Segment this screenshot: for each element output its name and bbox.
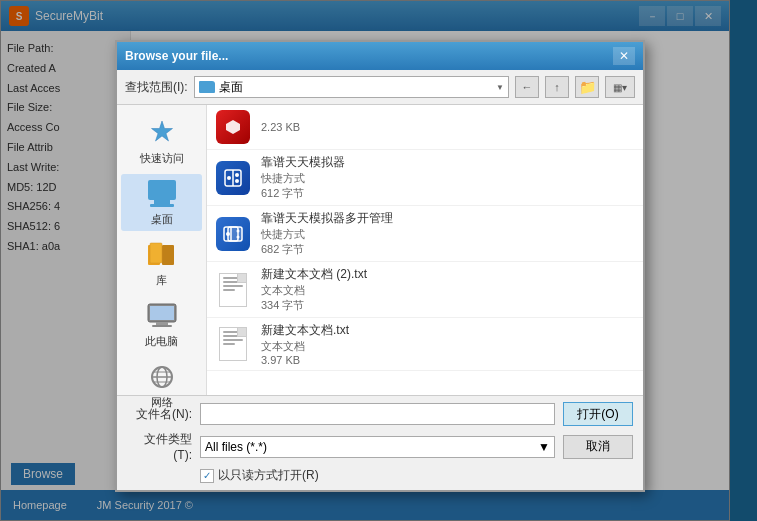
- svg-point-19: [235, 173, 239, 177]
- location-value: 桌面: [219, 79, 243, 96]
- svg-rect-22: [228, 227, 242, 241]
- readonly-row: ✓ 以只读方式打开(R): [127, 467, 633, 484]
- filetype-row: 文件类型(T): All files (*.*) ▼ 取消: [127, 431, 633, 462]
- location-combo-text: 桌面: [199, 79, 243, 96]
- computer-icon: [146, 300, 178, 332]
- doc-line: [223, 289, 235, 291]
- dialog-titlebar: Browse your file... ✕: [117, 42, 643, 70]
- file-list[interactable]: 2.23 KB: [207, 105, 643, 395]
- filename-input[interactable]: [200, 403, 555, 425]
- svg-rect-8: [156, 322, 168, 325]
- network-icon: [146, 361, 178, 393]
- dialog-title: Browse your file...: [125, 49, 613, 63]
- dialog-toolbar: 查找范围(I): 桌面 ▼ ← ↑ 📁 ▦▾: [117, 70, 643, 105]
- dialog-close-button[interactable]: ✕: [613, 47, 635, 65]
- filetype-combo-arrow: ▼: [538, 440, 550, 454]
- doc-line: [223, 335, 243, 337]
- svg-point-25: [237, 229, 240, 232]
- readonly-checkbox[interactable]: ✓: [200, 469, 214, 483]
- location-combo[interactable]: 桌面 ▼: [194, 76, 509, 98]
- open-button[interactable]: 打开(O): [563, 402, 633, 426]
- file-item-info: 靠谱天天模拟器多开管理 快捷方式 682 字节: [261, 210, 635, 257]
- filetype-label: 文件类型(T):: [127, 431, 192, 462]
- filename-label: 文件名(N):: [127, 406, 192, 423]
- file-icon-red-app: [215, 109, 251, 145]
- file-dialog: Browse your file... ✕ 查找范围(I): 桌面 ▼ ← ↑ …: [115, 40, 645, 492]
- nav-panel: 快速访问 桌面: [117, 105, 207, 395]
- file-name-text: 靠谱天天模拟器: [261, 154, 635, 171]
- list-item[interactable]: 靠谱天天模拟器 快捷方式 612 字节: [207, 150, 643, 206]
- doc-line: [223, 285, 243, 287]
- doc-line: [223, 331, 243, 333]
- svg-rect-4: [162, 245, 174, 265]
- dialog-body: 快速访问 桌面: [117, 105, 643, 395]
- blue2-app-icon: [216, 217, 250, 251]
- svg-rect-0: [148, 180, 176, 200]
- library-label: 库: [156, 273, 167, 288]
- file-type-text: 文本文档: [261, 339, 635, 354]
- file-item-info: 新建文本文档 (2).txt 文本文档 334 字节: [261, 266, 635, 313]
- svg-point-24: [226, 232, 230, 236]
- file-size-text: 3.97 KB: [261, 354, 635, 366]
- file-size-text: 2.23 KB: [261, 121, 635, 133]
- doc-line: [223, 281, 243, 283]
- list-item[interactable]: 新建文本文档 (2).txt 文本文档 334 字节: [207, 262, 643, 318]
- file-name-text: 靠谱天天模拟器多开管理: [261, 210, 635, 227]
- filetype-combo[interactable]: All files (*.*) ▼: [200, 436, 555, 458]
- svg-marker-15: [226, 120, 240, 134]
- svg-point-20: [235, 179, 239, 183]
- svg-point-26: [237, 235, 240, 238]
- quick-access-icon: [146, 117, 178, 149]
- list-item[interactable]: 靠谱天天模拟器多开管理 快捷方式 682 字节: [207, 206, 643, 262]
- blue-app-icon: [216, 161, 250, 195]
- file-size-text: 682 字节: [261, 242, 635, 257]
- svg-rect-1: [154, 200, 170, 204]
- svg-rect-7: [150, 306, 174, 320]
- svg-rect-5: [150, 243, 162, 263]
- nav-new-folder-button[interactable]: 📁: [575, 76, 599, 98]
- cancel-button[interactable]: 取消: [563, 435, 633, 459]
- quick-access-label: 快速访问: [140, 151, 184, 166]
- file-name-text: 新建文本文档.txt: [261, 322, 635, 339]
- combo-arrow-icon: ▼: [496, 83, 504, 92]
- svg-point-18: [227, 176, 231, 180]
- readonly-label: 以只读方式打开(R): [218, 467, 319, 484]
- view-options-button[interactable]: ▦▾: [605, 76, 635, 98]
- desktop-label: 桌面: [151, 212, 173, 227]
- file-type-text: 快捷方式: [261, 227, 635, 242]
- filetype-value: All files (*.*): [205, 440, 267, 454]
- sidebar-item-computer[interactable]: 此电脑: [121, 296, 202, 353]
- file-icon-blue-app: [215, 160, 251, 196]
- file-icon-blue2-app: [215, 216, 251, 252]
- nav-up-button[interactable]: ↑: [545, 76, 569, 98]
- toolbar-location-label: 查找范围(I):: [125, 79, 188, 96]
- svg-rect-9: [152, 325, 172, 327]
- file-type-text: 快捷方式: [261, 171, 635, 186]
- dialog-overlay: Browse your file... ✕ 查找范围(I): 桌面 ▼ ← ↑ …: [0, 0, 757, 521]
- red-app-icon: [216, 110, 250, 144]
- desktop-icon: [146, 178, 178, 210]
- file-type-text: 文本文档: [261, 283, 635, 298]
- sidebar-item-library[interactable]: 库: [121, 235, 202, 292]
- file-icon-doc: [215, 272, 251, 308]
- doc-line: [223, 343, 235, 345]
- list-item[interactable]: 新建文本文档.txt 文本文档 3.97 KB: [207, 318, 643, 371]
- library-icon: [146, 239, 178, 271]
- filename-row: 文件名(N): 打开(O): [127, 402, 633, 426]
- doc-icon: [219, 273, 247, 307]
- nav-back-button[interactable]: ←: [515, 76, 539, 98]
- svg-rect-2: [150, 204, 174, 207]
- sidebar-item-desktop[interactable]: 桌面: [121, 174, 202, 231]
- doc-line: [223, 277, 243, 279]
- file-size-text: 334 字节: [261, 298, 635, 313]
- doc-icon: [219, 327, 247, 361]
- file-size-text: 612 字节: [261, 186, 635, 201]
- file-item-info: 靠谱天天模拟器 快捷方式 612 字节: [261, 154, 635, 201]
- sidebar-item-quick-access[interactable]: 快速访问: [121, 113, 202, 170]
- computer-label: 此电脑: [145, 334, 178, 349]
- file-icon-doc2: [215, 326, 251, 362]
- file-item-info: 新建文本文档.txt 文本文档 3.97 KB: [261, 322, 635, 366]
- list-item[interactable]: 2.23 KB: [207, 105, 643, 150]
- file-item-info: 2.23 KB: [261, 121, 635, 133]
- folder-icon-small: [199, 81, 215, 93]
